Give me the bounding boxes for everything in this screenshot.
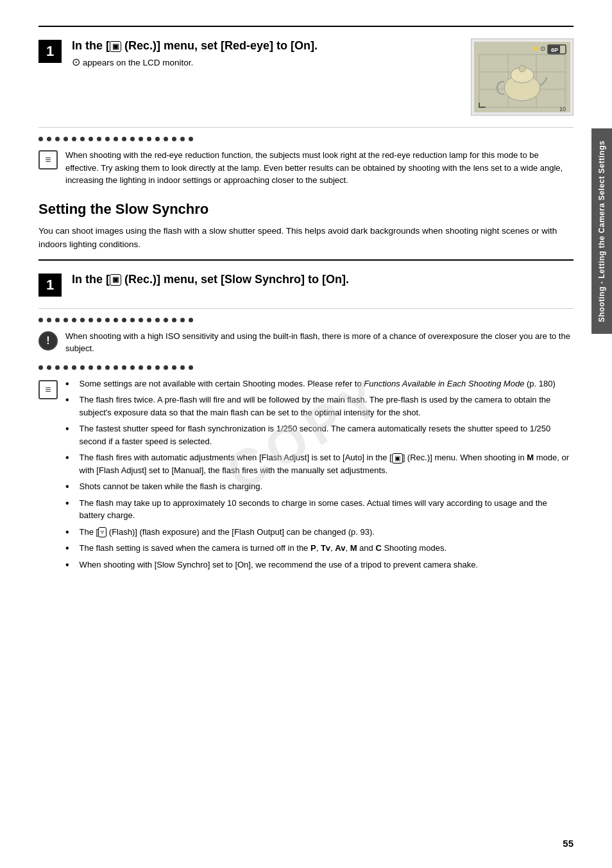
bullet-text-9: When shooting with [Slow Synchro] set to… — [80, 559, 478, 571]
rec-icon-2: ▣ — [110, 274, 121, 285]
bullet-item-9: When shooting with [Slow Synchro] set to… — [65, 559, 574, 571]
lcd-symbol: ⊙ — [72, 56, 80, 67]
section-body: You can shoot images using the flash wit… — [38, 224, 574, 252]
step1-slow-text: (Rec.)] menu, set [Slow Synchro] to [On]… — [121, 273, 349, 286]
rec-icon-inline: ▣ — [392, 453, 403, 464]
step1-slow-prefix: In the [ — [72, 273, 110, 286]
bold-av: Av — [335, 543, 345, 553]
bold-tv: Tv — [321, 543, 330, 553]
bullet-item-1: Some settings are not available with cer… — [65, 378, 574, 390]
svg-text:6P: 6P — [551, 47, 558, 53]
svg-text:⊙: ⊙ — [540, 45, 545, 52]
warning-text-1: When shooting with a high ISO sensitivit… — [65, 330, 574, 355]
bullet-text-1: Some settings are not available with cer… — [80, 378, 556, 390]
info-icon-1: ≡ — [38, 150, 58, 169]
camera-lcd-svg: ⚡ ⊙ 6P — [474, 42, 570, 112]
flash-icon-inline: ▿ — [98, 527, 106, 537]
bullet-text-2: The flash fires twice. A pre-flash will … — [80, 394, 574, 419]
step1-slow-content: In the [▣ (Rec.)] menu, set [Slow Synchr… — [72, 272, 574, 290]
bullet-item-3: The fastest shutter speed for flash sync… — [65, 422, 574, 447]
bullet-item-2: The flash fires twice. A pre-flash will … — [65, 394, 574, 419]
step1-slow-number: 1 — [38, 273, 62, 297]
bullet-item-4: The flash fires with automatic adjustmen… — [65, 451, 574, 476]
bullet-text-5: Shots cannot be taken while the flash is… — [80, 480, 262, 493]
dotted-sep-3 — [38, 365, 574, 370]
bullet-item-5: Shots cannot be taken while the flash is… — [65, 480, 574, 493]
info-icon-2: ≡ — [38, 380, 58, 399]
step1-title: In the [▣ (Rec.)] menu, set [Red-eye] to… — [72, 39, 461, 53]
bullet-item-6: The flash may take up to approximately 1… — [65, 497, 574, 522]
bold-p: P — [310, 543, 316, 553]
step1-rec-block: 1 In the [▣ (Rec.)] menu, set [Red-eye] … — [38, 26, 574, 128]
step1-subtitle-text: appears on the LCD monitor. — [80, 58, 193, 67]
bold-c: C — [375, 543, 381, 553]
bullet-text-7: The [▿ (Flash)] (flash exposure) and the… — [80, 526, 375, 539]
step1-title-text: (Rec.)] menu, set [Red-eye] to [On]. — [121, 39, 318, 52]
svg-text:10: 10 — [559, 106, 566, 112]
step1-slow-title: In the [▣ (Rec.)] menu, set [Slow Synchr… — [72, 272, 574, 287]
bullet-item-8: The flash setting is saved when the came… — [65, 542, 574, 555]
step1-subtitle: ⊙ appears on the LCD monitor. — [72, 56, 461, 68]
italic-ref: Functions Available in Each Shooting Mod… — [364, 379, 524, 388]
bold-m: M — [527, 453, 534, 462]
bullet-list: Some settings are not available with cer… — [65, 378, 574, 575]
dotted-sep-1 — [38, 137, 574, 141]
bullet-item-7: The [▿ (Flash)] (flash exposure) and the… — [65, 526, 574, 539]
bold-m2: M — [350, 543, 357, 553]
svg-point-13 — [519, 65, 525, 72]
note-box-2: ≡ Some settings are not available with c… — [38, 376, 574, 577]
bullet-text-6: The flash may take up to approximately 1… — [80, 497, 574, 522]
step1-slow-block: 1 In the [▣ (Rec.)] menu, set [Slow Sync… — [38, 259, 574, 309]
dotted-sep-2 — [38, 318, 574, 322]
bullet-text-8: The flash setting is saved when the came… — [80, 542, 446, 555]
note-text-1: When shooting with the red-eye reduction… — [65, 149, 574, 187]
page-number: 55 — [563, 838, 574, 849]
bullet-text-4: The flash fires with automatic adjustmen… — [80, 451, 574, 476]
note-box-1: ≡ When shooting with the red-eye reducti… — [38, 148, 574, 188]
step1-image: ⚡ ⊙ 6P — [471, 39, 574, 116]
rec-icon-1: ▣ — [110, 41, 121, 52]
step1-number: 1 — [38, 40, 62, 63]
bullet-text-3: The fastest shutter speed for flash sync… — [80, 422, 574, 447]
warning-box-1: ! When shooting with a high ISO sensitiv… — [38, 329, 574, 356]
step1-content: In the [▣ (Rec.)] menu, set [Red-eye] to… — [72, 39, 461, 68]
section-heading: Setting the Slow Synchro — [38, 201, 574, 218]
warning-icon-1: ! — [38, 331, 58, 351]
step1-title-prefix: In the [ — [72, 39, 110, 52]
sidebar-label: Shooting - Letting the Camera Select Set… — [591, 128, 612, 334]
svg-text:⚡: ⚡ — [532, 44, 540, 53]
